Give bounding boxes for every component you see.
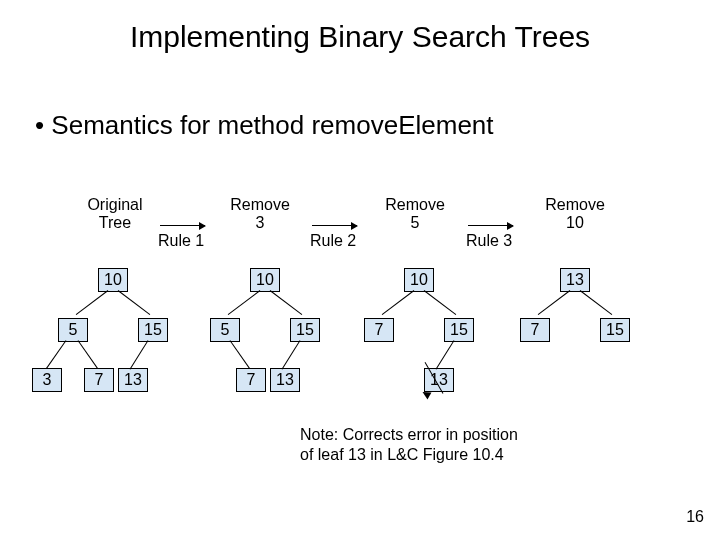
t2-e2 xyxy=(270,290,303,315)
t2-lr: 7 xyxy=(236,368,266,392)
t2-e1 xyxy=(228,290,261,315)
t1-e4 xyxy=(78,340,98,368)
t2-rl: 13 xyxy=(270,368,300,392)
label-remove5-1: Remove xyxy=(380,195,450,214)
t1-root: 10 xyxy=(98,268,128,292)
t3-e1 xyxy=(382,290,415,315)
t4-root: 13 xyxy=(560,268,590,292)
t3-root: 10 xyxy=(404,268,434,292)
arrow-rule1 xyxy=(160,225,205,226)
t1-r: 15 xyxy=(138,318,168,342)
t2-l: 5 xyxy=(210,318,240,342)
t3-r: 15 xyxy=(444,318,474,342)
label-remove10-2: 10 xyxy=(540,213,610,232)
label-rule1: Rule 1 xyxy=(158,232,204,250)
label-original-1: Original xyxy=(80,195,150,214)
t2-r: 15 xyxy=(290,318,320,342)
page-number: 16 xyxy=(686,508,704,526)
t1-e3 xyxy=(46,340,66,368)
arrow-rule2 xyxy=(312,225,357,226)
label-remove3-1: Remove xyxy=(225,195,295,214)
label-rule3: Rule 3 xyxy=(466,232,512,250)
t1-e5 xyxy=(130,340,149,369)
t4-e1 xyxy=(538,290,571,315)
t1-ll: 3 xyxy=(32,368,62,392)
note-line1: Note: Corrects error in position xyxy=(300,425,518,446)
label-remove10-1: Remove xyxy=(540,195,610,214)
slide-title: Implementing Binary Search Trees xyxy=(0,20,720,54)
t4-e2 xyxy=(580,290,613,315)
arrow-rule3 xyxy=(468,225,513,226)
label-remove3-2: 3 xyxy=(225,213,295,232)
t2-root: 10 xyxy=(250,268,280,292)
t3-e2 xyxy=(424,290,457,315)
t3-l: 7 xyxy=(364,318,394,342)
note-line2: of leaf 13 in L&C Figure 10.4 xyxy=(300,445,504,466)
bullet-text: Semantics for method removeElement xyxy=(35,110,494,141)
label-original-2: Tree xyxy=(80,213,150,232)
t2-e5 xyxy=(282,340,301,369)
t3-e5 xyxy=(436,340,455,369)
t4-l: 7 xyxy=(520,318,550,342)
label-rule2: Rule 2 xyxy=(310,232,356,250)
t1-rl: 13 xyxy=(118,368,148,392)
label-remove5-2: 5 xyxy=(380,213,450,232)
t4-r: 15 xyxy=(600,318,630,342)
t2-e4 xyxy=(230,340,250,368)
t1-l: 5 xyxy=(58,318,88,342)
t1-e2 xyxy=(118,290,151,315)
t1-e1 xyxy=(76,290,109,315)
t1-lr: 7 xyxy=(84,368,114,392)
